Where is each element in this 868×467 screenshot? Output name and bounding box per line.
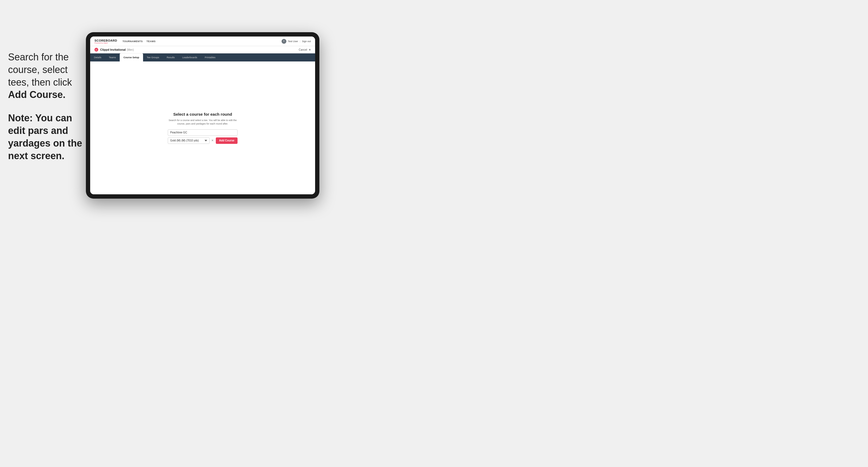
instruction-text: Search for the course, select tees, then… bbox=[8, 51, 86, 101]
nav-teams[interactable]: TEAMS bbox=[147, 40, 156, 43]
tab-bar: Details Teams Course Setup Tee Groups Re… bbox=[90, 54, 315, 61]
tee-select-row: Gold (M) (M) (7010 yds) ✕ Add Course bbox=[168, 137, 238, 144]
note-text: Note: You can edit pars and yardages on … bbox=[8, 112, 86, 162]
tournament-type: (Men) bbox=[127, 48, 134, 51]
signout-link[interactable]: Sign out bbox=[302, 40, 311, 43]
user-name: Test User bbox=[288, 40, 298, 43]
tournament-header: C Clippd Invitational (Men) Cancel ✕ bbox=[90, 46, 315, 54]
tee-clear-button[interactable]: ✕ bbox=[211, 139, 214, 142]
section-description: Search for a course and select a tee. Yo… bbox=[168, 119, 238, 125]
nav-right: T Test User | Sign out bbox=[282, 39, 311, 44]
section-title: Select a course for each round bbox=[173, 112, 232, 117]
add-course-button[interactable]: Add Course bbox=[216, 137, 238, 144]
cancel-x-icon: ✕ bbox=[309, 48, 311, 51]
top-navbar: SCOREBOARD Powered by clippd TOURNAMENTS… bbox=[90, 36, 315, 46]
pipe-separator: | bbox=[300, 40, 300, 43]
logo-sub: Powered by clippd bbox=[94, 42, 117, 44]
course-search-input[interactable] bbox=[168, 129, 238, 136]
tournament-logo: C bbox=[94, 48, 98, 52]
tab-course-setup[interactable]: Course Setup bbox=[120, 54, 143, 61]
tablet-screen: SCOREBOARD Powered by clippd TOURNAMENTS… bbox=[90, 36, 315, 194]
instruction-panel: Search for the course, select tees, then… bbox=[8, 51, 86, 173]
tab-teams[interactable]: Teams bbox=[105, 54, 120, 61]
tab-results[interactable]: Results bbox=[163, 54, 179, 61]
user-avatar: T bbox=[282, 39, 286, 44]
tab-leaderboards[interactable]: Leaderboards bbox=[179, 54, 201, 61]
logo-text: SCOREBOARD bbox=[94, 39, 117, 42]
nav-tournaments[interactable]: TOURNAMENTS bbox=[122, 40, 143, 43]
nav-links: TOURNAMENTS TEAMS bbox=[122, 40, 281, 43]
tab-details[interactable]: Details bbox=[90, 54, 105, 61]
tab-printables[interactable]: Printables bbox=[201, 54, 219, 61]
cancel-button[interactable]: Cancel ✕ bbox=[299, 48, 311, 51]
tab-tee-groups[interactable]: Tee Groups bbox=[143, 54, 163, 61]
tablet-device: SCOREBOARD Powered by clippd TOURNAMENTS… bbox=[86, 32, 319, 198]
tournament-name: Clippd Invitational bbox=[100, 48, 126, 51]
logo-area: SCOREBOARD Powered by clippd bbox=[94, 39, 117, 44]
tee-select[interactable]: Gold (M) (M) (7010 yds) bbox=[168, 137, 210, 144]
main-content: Select a course for each round Search fo… bbox=[90, 61, 315, 194]
